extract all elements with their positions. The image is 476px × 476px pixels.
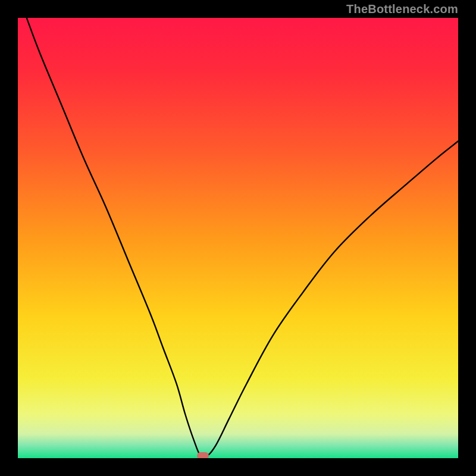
optimal-marker	[197, 452, 209, 458]
watermark-text: TheBottleneck.com	[346, 2, 458, 16]
bottleneck-curve	[27, 18, 458, 458]
chart-svg	[18, 18, 458, 458]
chart-frame: TheBottleneck.com	[0, 0, 476, 476]
gradient-background	[18, 18, 458, 458]
plot-area	[18, 18, 458, 458]
